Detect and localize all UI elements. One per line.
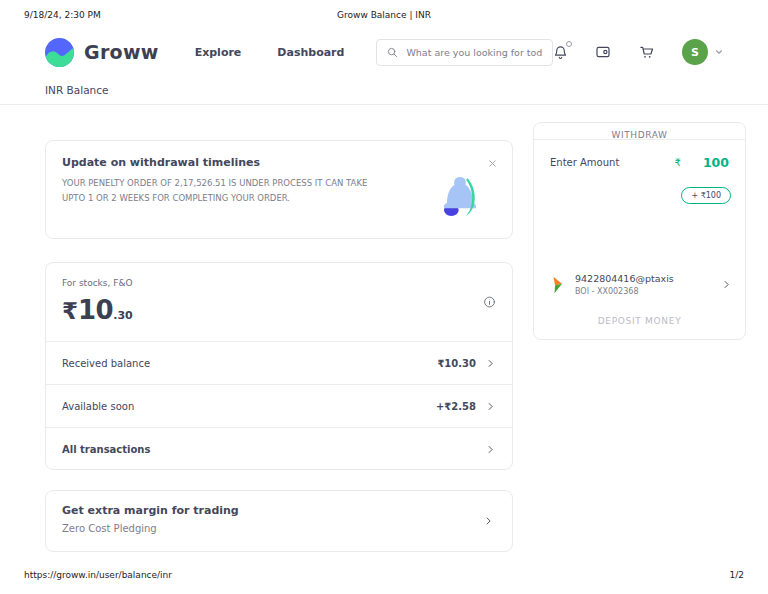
quick-add-row: + ₹100 (534, 170, 745, 204)
bhim-upi-icon (550, 276, 565, 294)
rupee-symbol: ₹ (62, 298, 78, 324)
notice-title: Update on withdrawal timelines (62, 156, 496, 169)
info-icon[interactable] (483, 296, 496, 309)
available-soon-value: +₹2.58 (436, 401, 476, 412)
withdrawal-notice-card: Update on withdrawal timelines YOUR PENE… (45, 140, 513, 239)
chevron-right-icon (485, 358, 496, 369)
header-icons: S (553, 39, 724, 65)
nav-dashboard[interactable]: Dashboard (277, 46, 344, 59)
nav-explore[interactable]: Explore (195, 46, 242, 59)
tab-withdraw[interactable]: WITHDRAW (534, 123, 745, 140)
withdraw-panel: WITHDRAW Enter Amount ₹ 100 + ₹100 94228… (533, 122, 746, 340)
extra-margin-card[interactable]: Get extra margin for trading Zero Cost P… (45, 490, 513, 552)
print-header: 9/18/24, 2:30 PM Groww Balance | INR (24, 10, 744, 22)
row-available-soon[interactable]: Available soon +₹2.58 (46, 385, 512, 428)
chevron-down-icon (714, 47, 724, 57)
groww-logo[interactable]: Groww (45, 38, 159, 67)
notification-badge (566, 41, 572, 47)
row-received-balance[interactable]: Received balance ₹10.30 (46, 342, 512, 385)
balance-amount: ₹10.30 (62, 295, 496, 325)
bank-account: BOI - XX002368 (575, 287, 674, 296)
search-bar[interactable] (376, 39, 553, 66)
chevron-right-icon (485, 444, 496, 455)
amount-input-value[interactable]: 100 (703, 155, 729, 170)
cart-icon[interactable] (638, 44, 655, 60)
quick-add-chip[interactable]: + ₹100 (681, 187, 731, 204)
search-icon (387, 47, 398, 58)
enter-amount-row: Enter Amount ₹ 100 (534, 140, 745, 170)
wallet-icon[interactable] (595, 44, 611, 60)
received-balance-value: ₹10.30 (437, 358, 476, 369)
print-datetime: 9/18/24, 2:30 PM (24, 10, 101, 20)
chevron-right-icon (721, 279, 732, 290)
print-page-number: 1/2 (730, 570, 744, 580)
brand-name: Groww (84, 41, 159, 63)
upi-account-row[interactable]: 9422804416@ptaxis BOI - XX002368 (550, 273, 732, 296)
print-url: https://groww.in/user/balance/inr (24, 570, 172, 580)
amount-minor: .30 (113, 309, 133, 322)
avatar[interactable]: S (682, 39, 708, 65)
notice-body: YOUR PENELTY ORDER OF 2,17,526.51 IS UND… (62, 176, 392, 206)
amount-major: 10 (78, 295, 113, 325)
page: 9/18/24, 2:30 PM Groww Balance | INR Gro… (0, 0, 768, 594)
close-icon[interactable] (487, 154, 498, 173)
balance-label: For stocks, F&O (62, 278, 496, 288)
account-menu[interactable]: S (682, 39, 724, 65)
chevron-right-icon (485, 401, 496, 412)
notifications-bell-icon[interactable] (553, 44, 568, 61)
chevron-right-icon (483, 516, 494, 527)
margin-card-title: Get extra margin for trading (62, 504, 496, 517)
upi-id: 9422804416@ptaxis (575, 273, 674, 284)
groww-logo-icon (45, 38, 74, 67)
page-title: INR Balance (45, 84, 108, 96)
print-footer: https://groww.in/user/balance/inr 1/2 (24, 570, 744, 582)
search-input[interactable] (406, 47, 542, 58)
margin-card-subtitle: Zero Cost Pledging (62, 523, 496, 534)
bell-illustration (434, 171, 486, 227)
app-header: Groww Explore Dashboard S (45, 33, 724, 71)
deposit-money-button[interactable]: DEPOSIT MONEY (534, 316, 745, 326)
row-all-transactions[interactable]: All transactions (46, 428, 512, 471)
enter-amount-label: Enter Amount (550, 157, 675, 168)
print-doc-title: Groww Balance | INR (337, 10, 431, 20)
balance-summary: For stocks, F&O ₹10.30 (46, 263, 512, 342)
title-divider (0, 104, 768, 105)
rupee-symbol: ₹ (675, 157, 681, 168)
inr-balance-card: For stocks, F&O ₹10.30 Received balance … (45, 262, 513, 470)
